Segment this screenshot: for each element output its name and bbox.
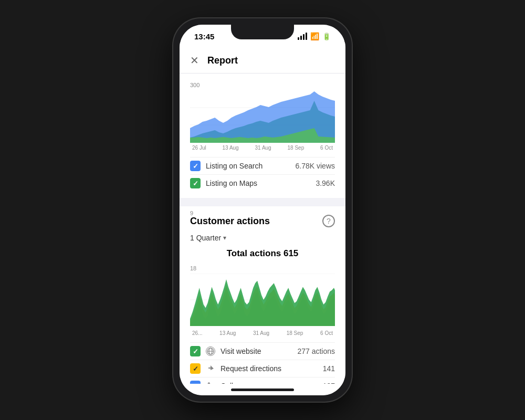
legend-item-directions: ✓ Request directions 141	[190, 360, 335, 377]
views-x-label-5: 6 Oct	[320, 145, 333, 151]
checkmark-directions: ✓	[193, 365, 198, 373]
legend-left-website: ✓ Visit website	[190, 346, 261, 356]
views-x-label-4: 18 Sep	[288, 145, 304, 151]
views-chart-container	[190, 90, 335, 143]
legend-item-website: ✓ Visit website 277 actions	[190, 342, 335, 360]
legend-label-website: Visit website	[220, 347, 261, 355]
legend-item-maps: ✓ Listing on Maps 3.96K	[190, 174, 335, 192]
help-icon[interactable]: ?	[322, 215, 335, 227]
customer-actions-section: Customer actions ? 1 Quarter ▾ Total act…	[180, 206, 345, 384]
home-indicator	[180, 384, 345, 395]
views-x-label-2: 13 Aug	[223, 145, 239, 151]
legend-check-green: ✓	[190, 178, 201, 188]
legend-left-maps: ✓ Listing on Maps	[190, 178, 257, 188]
views-y-max: 300	[190, 82, 335, 88]
section-divider	[180, 202, 345, 206]
signal-icon	[298, 33, 307, 40]
actions-x-label-3: 31 Aug	[253, 330, 269, 336]
checkmark-maps: ✓	[193, 180, 198, 187]
period-selector[interactable]: 1 Quarter ▾	[190, 234, 335, 242]
actions-x-label-4: 18 Sep	[287, 330, 303, 336]
battery-icon: 🔋	[322, 33, 331, 40]
actions-chart-section: 18	[190, 265, 335, 336]
directions-icon	[206, 364, 215, 373]
app-header: ✕ Report	[180, 48, 345, 74]
views-chart-svg	[190, 90, 335, 143]
total-actions-label: Total actions 615	[190, 248, 335, 259]
chevron-down-icon: ▾	[223, 234, 226, 242]
period-text: 1 Quarter	[190, 234, 221, 242]
legend-value-directions: 141	[323, 364, 335, 373]
legend-check-directions: ✓	[190, 363, 201, 374]
actions-chart-svg	[190, 274, 335, 326]
status-icons: 📶 🔋	[298, 32, 331, 40]
content-scroll[interactable]: 300 26 Jul 13 Aug	[180, 74, 345, 384]
actions-x-label-1: 26...	[192, 330, 202, 336]
home-bar	[231, 388, 294, 391]
legend-value-website: 277 actions	[297, 347, 335, 355]
wifi-icon: 📶	[310, 32, 319, 40]
legend-label-directions: Request directions	[220, 364, 281, 373]
views-x-label-3: 31 Aug	[255, 145, 271, 151]
views-chart-section: 300 26 Jul 13 Aug	[180, 74, 345, 198]
legend-label-search: Listing on Search	[206, 162, 262, 170]
legend-item-search: ✓ Listing on Search 6.78K views	[190, 157, 335, 174]
legend-item-call: ✓ Call you 197	[190, 377, 335, 384]
status-time: 13:45	[194, 32, 214, 41]
actions-y-max: 18	[190, 265, 335, 271]
notch	[231, 25, 294, 39]
legend-check-website: ✓	[190, 346, 201, 356]
checkmark-search: ✓	[193, 162, 198, 170]
legend-value-search: 6.78K views	[296, 162, 335, 170]
customer-section-header: Customer actions ?	[190, 215, 335, 227]
actions-x-label-5: 6 Oct	[320, 330, 333, 336]
views-x-labels: 26 Jul 13 Aug 31 Aug 18 Sep 6 Oct	[190, 145, 335, 151]
legend-left-directions: ✓ Request directions	[190, 363, 281, 374]
close-button[interactable]: ✕	[190, 54, 199, 67]
phone-screen: 13:45 📶 🔋 ✕ Report 300	[180, 25, 345, 395]
globe-icon	[206, 346, 215, 356]
checkmark-website: ✓	[193, 348, 198, 355]
customer-section-title: Customer actions	[190, 216, 270, 227]
legend-value-maps: 3.96K	[316, 179, 335, 187]
actions-chart-container	[190, 274, 335, 326]
legend-label-maps: Listing on Maps	[206, 179, 257, 187]
actions-x-label-2: 13 Aug	[219, 330, 236, 336]
phone-frame: 13:45 📶 🔋 ✕ Report 300	[173, 18, 352, 402]
legend-check-blue: ✓	[190, 161, 201, 171]
legend-left-search: ✓ Listing on Search	[190, 161, 262, 171]
actions-y-mid: 9	[190, 210, 193, 216]
page-title: Report	[207, 55, 238, 66]
views-x-label-1: 26 Jul	[192, 145, 206, 151]
actions-x-labels: 26... 13 Aug 31 Aug 18 Sep 6 Oct	[190, 330, 335, 336]
